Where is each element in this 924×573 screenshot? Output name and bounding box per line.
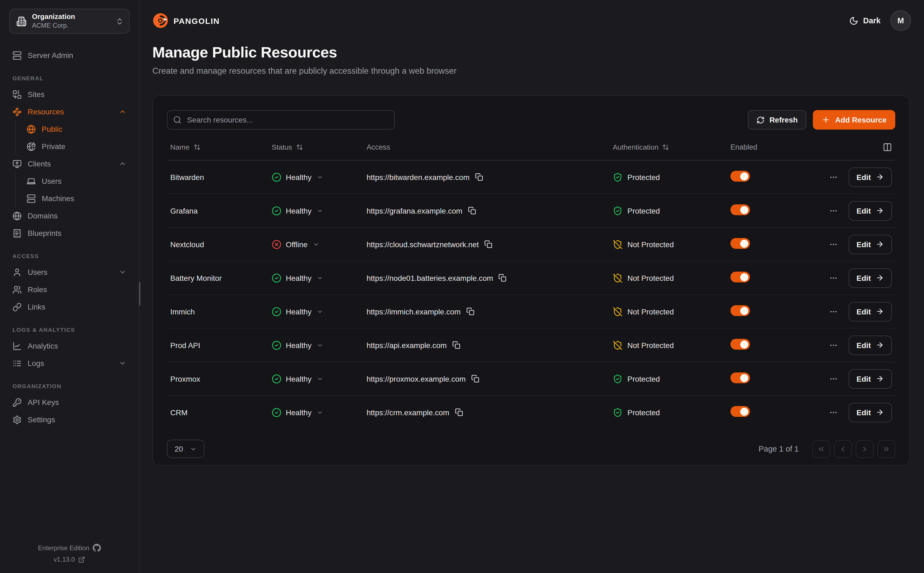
page-header: Manage Public Resources Create and manag…	[139, 41, 924, 76]
edit-button[interactable]: Edit	[848, 335, 892, 355]
chevron-down-icon	[317, 342, 323, 348]
status-dropdown[interactable]: Healthy	[272, 340, 323, 350]
column-label: Enabled	[730, 143, 757, 151]
section-label-organization: ORGANIZATION	[9, 383, 130, 389]
status-dropdown[interactable]: Healthy	[272, 273, 323, 283]
org-selector[interactable]: Organization ACME Corp.	[9, 9, 130, 34]
enabled-toggle[interactable]	[730, 272, 750, 282]
enabled-toggle[interactable]	[730, 305, 750, 316]
pangolin-logo[interactable]: PANGOLIN	[152, 13, 220, 29]
last-page-button[interactable]	[877, 440, 895, 458]
sidebar-item-domains[interactable]: Domains	[9, 207, 130, 224]
prev-page-button[interactable]	[834, 440, 852, 458]
sidebar-item-blueprints[interactable]: Blueprints	[9, 224, 130, 242]
sidebar-item-sites[interactable]: Sites	[9, 86, 130, 103]
edit-button[interactable]: Edit	[848, 402, 892, 422]
copy-url-button[interactable]	[455, 408, 463, 416]
sidebar-item-server-admin[interactable]: Server Admin	[9, 47, 130, 64]
chart-line-icon	[13, 341, 22, 351]
ellipsis-icon	[829, 341, 838, 349]
status-dropdown[interactable]: Offline	[272, 240, 319, 249]
section-label-logs: LOGS & ANALYTICS	[9, 326, 130, 333]
sidebar-item-machines[interactable]: Machines	[23, 190, 130, 207]
edit-button[interactable]: Edit	[848, 369, 892, 388]
copy-url-button[interactable]	[452, 341, 460, 349]
copy-url-button[interactable]	[471, 374, 479, 383]
arrow-right-icon	[876, 240, 884, 248]
sidebar-item-links[interactable]: Links	[9, 298, 130, 316]
theme-toggle[interactable]: Dark	[849, 16, 881, 25]
enabled-toggle[interactable]	[730, 171, 750, 182]
status-dropdown[interactable]: Healthy	[272, 206, 323, 216]
enabled-toggle[interactable]	[730, 204, 750, 215]
toggle-knob	[740, 340, 748, 348]
copy-url-button[interactable]	[475, 173, 483, 181]
github-icon[interactable]	[93, 544, 101, 552]
status-dropdown[interactable]: Healthy	[272, 172, 323, 182]
status-dropdown[interactable]: Healthy	[272, 374, 323, 384]
edit-button[interactable]: Edit	[848, 302, 892, 321]
external-link-icon[interactable]	[78, 556, 85, 563]
copy-url-button[interactable]	[468, 207, 476, 214]
sidebar-item-public[interactable]: Public	[23, 121, 130, 138]
edit-button[interactable]: Edit	[848, 201, 892, 220]
status-label: Healthy	[286, 206, 312, 215]
edit-button[interactable]: Edit	[848, 268, 892, 288]
sidebar-item-users[interactable]: Users	[9, 263, 130, 281]
status-dropdown[interactable]: Healthy	[272, 307, 323, 316]
pangolin-mark-icon	[152, 13, 169, 29]
sidebar-item-label: Public	[42, 125, 63, 133]
page-size-select[interactable]: 20	[167, 440, 204, 458]
sidebar-item-resources[interactable]: Resources	[9, 103, 130, 121]
theme-label: Dark	[863, 16, 881, 25]
copy-url-button[interactable]	[484, 240, 492, 248]
row-menu-button[interactable]	[827, 406, 840, 419]
sidebar-item-private[interactable]: Private	[23, 138, 130, 155]
add-resource-button[interactable]: Add Resource	[813, 110, 895, 130]
column-header-status[interactable]: Status	[272, 143, 366, 151]
authentication-cell: Protected	[613, 172, 730, 182]
sidebar-item-api-keys[interactable]: API Keys	[9, 394, 130, 411]
column-header-name[interactable]: Name	[170, 143, 272, 151]
edit-button[interactable]: Edit	[848, 235, 892, 254]
first-page-button[interactable]	[812, 440, 830, 458]
enabled-toggle[interactable]	[730, 339, 750, 350]
row-menu-button[interactable]	[827, 171, 840, 183]
copy-url-button[interactable]	[466, 307, 474, 316]
copy-icon	[466, 307, 474, 316]
refresh-button[interactable]: Refresh	[748, 110, 807, 130]
row-menu-button[interactable]	[827, 305, 840, 318]
search-input[interactable]	[167, 110, 395, 130]
resources-card: Refresh Add Resource Name Status Access	[152, 96, 910, 466]
next-page-button[interactable]	[856, 440, 874, 458]
shield-off-icon	[613, 273, 623, 283]
sidebar-item-roles[interactable]: Roles	[9, 281, 130, 298]
receipt-icon	[13, 229, 22, 238]
copy-icon	[484, 240, 492, 248]
enabled-toggle[interactable]	[730, 406, 750, 417]
user-avatar[interactable]: M	[890, 10, 911, 31]
sidebar-item-settings[interactable]: Settings	[9, 411, 130, 428]
columns-icon	[883, 142, 892, 152]
enabled-toggle[interactable]	[730, 373, 750, 383]
column-visibility-button[interactable]	[817, 142, 892, 152]
column-header-authentication[interactable]: Authentication	[613, 143, 730, 151]
search-icon	[173, 116, 182, 124]
sidebar-item-clients[interactable]: Clients	[9, 155, 130, 172]
status-dropdown[interactable]: Healthy	[272, 407, 323, 417]
main-area: PANGOLIN Dark M Manage Public Resources …	[139, 0, 924, 573]
shield-off-icon	[613, 240, 623, 249]
sidebar-item-analytics[interactable]: Analytics	[9, 337, 130, 355]
row-menu-button[interactable]	[827, 271, 840, 284]
sidebar-item-logs[interactable]: Logs	[9, 355, 130, 372]
row-menu-button[interactable]	[827, 238, 840, 251]
chevron-down-icon	[119, 268, 126, 276]
row-menu-button[interactable]	[827, 204, 840, 217]
resource-name: Grafana	[170, 206, 272, 215]
row-menu-button[interactable]	[827, 338, 840, 352]
sidebar-item-client-users[interactable]: Users	[23, 172, 130, 190]
row-menu-button[interactable]	[827, 372, 840, 385]
copy-url-button[interactable]	[499, 274, 507, 282]
enabled-toggle[interactable]	[730, 238, 750, 249]
edit-button[interactable]: Edit	[848, 167, 892, 187]
